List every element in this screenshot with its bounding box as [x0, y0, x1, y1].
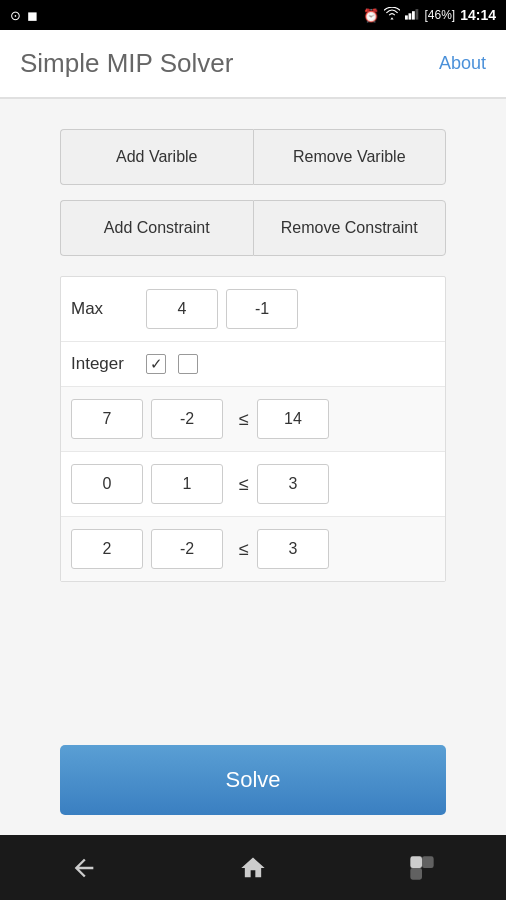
svg-rect-1 — [409, 13, 412, 19]
constraint-1-c1[interactable] — [71, 399, 143, 439]
app-header: Simple MIP Solver About — [0, 30, 506, 98]
app-title: Simple MIP Solver — [20, 48, 233, 79]
remove-constraint-button[interactable]: Remove Constraint — [253, 200, 447, 256]
integer-checkboxes — [146, 354, 198, 374]
constraint-3-c1[interactable] — [71, 529, 143, 569]
leq-symbol-1: ≤ — [239, 409, 249, 430]
signal-icon — [405, 7, 419, 24]
constraint-2-c1[interactable] — [71, 464, 143, 504]
constraint-row-3: ≤ — [61, 517, 445, 581]
svg-rect-4 — [411, 857, 420, 866]
status-bar-left: ⊙ ◼ — [10, 8, 38, 23]
wifi-icon — [384, 7, 400, 24]
solve-section: Solve — [0, 725, 506, 835]
constraint-1-c2[interactable] — [151, 399, 223, 439]
recent-apps-nav-button[interactable] — [397, 848, 447, 888]
status-bar: ⊙ ◼ ⏰ [46%] 14:14 — [0, 0, 506, 30]
max-label: Max — [71, 299, 146, 319]
home-nav-button[interactable] — [228, 848, 278, 888]
svg-rect-5 — [423, 857, 432, 866]
svg-rect-6 — [411, 869, 420, 878]
max-value-2[interactable] — [226, 289, 298, 329]
solve-button[interactable]: Solve — [60, 745, 446, 815]
constraint-3-c2[interactable] — [151, 529, 223, 569]
svg-rect-2 — [412, 11, 415, 19]
back-nav-button[interactable] — [59, 848, 109, 888]
solver-table: Max Integer ≤ ≤ — [60, 276, 446, 582]
constraint-button-row: Add Constraint Remove Constraint — [60, 200, 446, 256]
integer-checkbox-2[interactable] — [178, 354, 198, 374]
bottom-nav — [0, 835, 506, 900]
constraint-1-rhs[interactable] — [257, 399, 329, 439]
status-bar-right: ⏰ [46%] 14:14 — [363, 7, 496, 24]
constraint-2-rhs[interactable] — [257, 464, 329, 504]
integer-label: Integer — [71, 354, 146, 374]
max-value-1[interactable] — [146, 289, 218, 329]
svg-rect-3 — [416, 9, 419, 20]
circle-icon: ⊙ — [10, 8, 21, 23]
constraint-3-rhs[interactable] — [257, 529, 329, 569]
status-time: 14:14 — [460, 7, 496, 23]
constraint-row-1: ≤ — [61, 387, 445, 452]
about-link[interactable]: About — [439, 53, 486, 74]
integer-row: Integer — [61, 342, 445, 387]
leq-symbol-3: ≤ — [239, 539, 249, 560]
variable-button-row: Add Varible Remove Varible — [60, 129, 446, 185]
integer-checkbox-1[interactable] — [146, 354, 166, 374]
main-content: Add Varible Remove Varible Add Constrain… — [0, 99, 506, 725]
constraint-row-2: ≤ — [61, 452, 445, 517]
constraint-2-c2[interactable] — [151, 464, 223, 504]
svg-rect-0 — [405, 15, 408, 19]
leq-symbol-2: ≤ — [239, 474, 249, 495]
alarm-icon: ⏰ — [363, 8, 379, 23]
image-icon: ◼ — [27, 8, 38, 23]
battery-icon: [46%] — [424, 8, 455, 22]
remove-variable-button[interactable]: Remove Varible — [253, 129, 447, 185]
add-variable-button[interactable]: Add Varible — [60, 129, 253, 185]
add-constraint-button[interactable]: Add Constraint — [60, 200, 253, 256]
max-row: Max — [61, 277, 445, 342]
